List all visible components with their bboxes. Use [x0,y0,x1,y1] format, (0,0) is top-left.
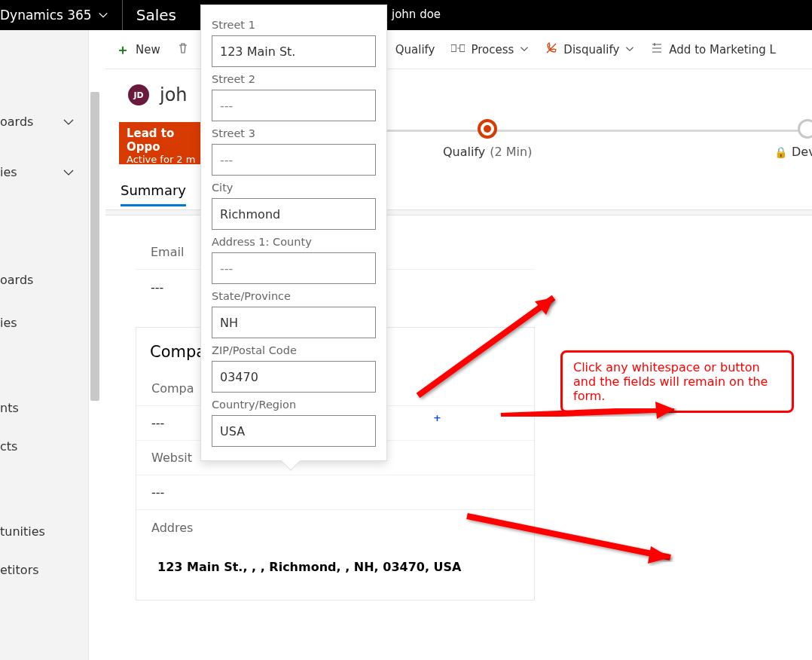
nav-item[interactable]: oards [0,105,88,138]
chevron-down-icon [625,43,634,57]
form-tabs: Summary [121,182,186,206]
nav-item[interactable]: oards [0,264,88,296]
country-label: Country/Region [212,399,376,411]
add-to-marketing-button[interactable]: Add to Marketing L [651,42,776,57]
stage-label: Develop [792,145,812,159]
country-input[interactable] [212,415,376,447]
top-divider [122,0,123,30]
stage-dot-active [478,119,497,139]
avatar: JD [128,84,149,105]
brand-label: Dynamics 365 [0,8,92,23]
svg-line-4 [501,409,674,416]
nav-item[interactable]: cts [0,430,88,463]
process-icon [451,42,465,57]
street2-input[interactable] [212,90,376,121]
county-label: Address 1: County [212,236,376,248]
zip-label: ZIP/Postal Code [212,344,376,356]
state-label: State/Province [212,290,376,302]
top-navigation-bar: Dynamics 365 Sales john doe [0,0,812,30]
trash-icon [177,42,189,57]
nav-item[interactable]: nts [0,392,88,424]
arrow-annotation-1 [407,279,580,407]
svg-rect-0 [451,44,456,51]
city-label: City [212,182,376,194]
stage-label: Qualify [443,145,485,159]
email-value: --- [151,280,163,295]
chevron-down-icon [98,10,108,20]
chevron-down-icon [63,167,88,179]
delete-button[interactable] [177,42,189,57]
street3-label: Street 3 [212,127,376,139]
street2-label: Street 2 [212,73,376,85]
scrollbar[interactable] [90,92,99,401]
address-label: Addres [151,521,242,535]
app-launcher[interactable]: Dynamics 365 [0,8,116,23]
list-icon [651,42,663,57]
user-name: john doe [392,8,448,21]
county-input[interactable] [212,252,376,284]
company-value: --- [151,416,164,430]
chevron-down-icon [520,43,529,57]
arrow-annotation-2 [493,399,697,429]
street1-label: Street 1 [212,19,376,31]
stage-qualify[interactable]: Qualify (2 Min) [443,119,532,159]
bpf-header[interactable]: Lead to Oppo Active for 2 m [119,122,203,164]
plus-icon: ＋ [116,41,130,59]
tab-summary[interactable]: Summary [121,182,186,206]
phone-slash-icon [545,42,557,57]
bpf-duration: Active for 2 m [127,154,196,166]
app-name[interactable]: Sales [129,6,184,24]
new-button[interactable]: ＋ New [116,41,160,59]
street3-input[interactable] [212,144,376,176]
stage-time: (2 Min) [490,145,532,159]
svg-rect-1 [460,44,465,51]
address-flyout: Street 1 Street 2 Street 3 City Address … [200,5,387,461]
annotation-text: Click any whitespace or button and the f… [573,360,768,403]
city-input[interactable] [212,198,376,230]
nav-item[interactable]: ies [0,307,88,339]
lock-icon: 🔒 [774,146,787,158]
record-title: joh [160,84,188,105]
qualify-label: Qualify [395,43,435,57]
stage-dot [798,119,812,139]
arrow-annotation-3 [459,505,693,573]
disqualify-label: Disqualify [563,43,619,57]
qualify-button[interactable]: Qualify [395,43,435,57]
svg-line-2 [418,298,554,396]
stage-develop[interactable]: 🔒 Develop [774,119,812,159]
disqualify-button[interactable]: Disqualify [545,42,634,57]
add-icon[interactable]: + [433,412,441,423]
website-value: --- [151,485,164,500]
nav-item[interactable]: ies [0,156,88,188]
sitemap-sidebar: oards ies oards ies nts cts tunities eti… [0,30,89,660]
bpf-title: Lead to Oppo [127,127,196,154]
marketing-label: Add to Marketing L [669,43,776,57]
new-label: New [136,43,160,57]
process-label: Process [471,43,514,57]
svg-marker-5 [655,402,674,419]
zip-input[interactable] [212,361,376,393]
street1-input[interactable] [212,35,376,67]
state-input[interactable] [212,307,376,338]
svg-line-6 [467,516,670,558]
nav-item[interactable]: tunities [0,515,88,548]
process-button[interactable]: Process [451,42,529,57]
chevron-down-icon [63,116,88,128]
nav-item[interactable]: etitors [0,554,88,586]
